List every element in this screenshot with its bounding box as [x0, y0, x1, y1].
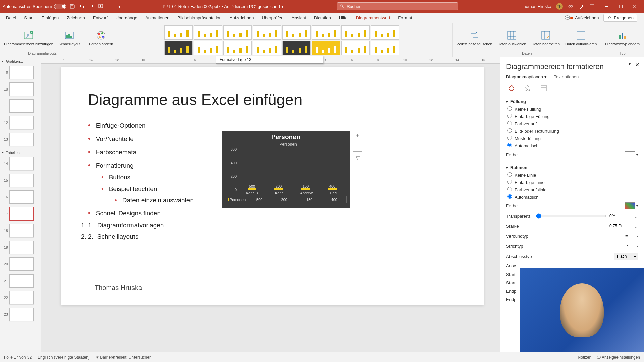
tab-aufzeichnen[interactable]: Aufzeichnen	[226, 13, 258, 23]
cap-select[interactable]: Flach	[614, 253, 638, 260]
tab-entwurf[interactable]: Entwurf	[89, 13, 112, 23]
tab-hilfe[interactable]: Hilfe	[335, 13, 352, 23]
search-input[interactable]	[347, 4, 455, 9]
slide-thumb-16[interactable]: 16	[2, 190, 39, 204]
slide-thumb-21[interactable]: 21	[2, 274, 39, 288]
chart-style-7[interactable]	[341, 25, 370, 40]
slide-canvas[interactable]: Diagramme aus Excel einfügen Einfüge-Opt…	[61, 67, 484, 305]
notes-button[interactable]: ≐ Notizen	[573, 355, 591, 360]
tab-zeichnen[interactable]: Zeichnen	[63, 13, 89, 23]
section-grafiken[interactable]: Grafiken...	[0, 58, 41, 64]
maximize-button[interactable]	[614, 2, 627, 10]
tab-format[interactable]: Format	[394, 13, 416, 23]
transparency-input[interactable]	[608, 213, 632, 219]
touch-mode-icon[interactable]	[107, 3, 113, 9]
chart-styles-button[interactable]	[353, 142, 362, 152]
chart-style-4[interactable]	[253, 25, 281, 40]
slide-thumb-10[interactable]: 10	[2, 82, 39, 96]
record-button[interactable]: Aufzeichnen	[570, 15, 599, 20]
tab-ueberpruefen[interactable]: Überprüfen	[258, 13, 287, 23]
chart-style-8[interactable]	[371, 25, 399, 40]
fill-gradient[interactable]: Farbverlauf	[506, 120, 638, 127]
size-props-icon[interactable]	[538, 83, 549, 94]
width-input[interactable]	[608, 223, 632, 229]
border-solid[interactable]: Einfarbige Linie	[506, 179, 638, 186]
slide-thumb-12[interactable]: 12	[2, 116, 39, 129]
share-button[interactable]: Freigeben	[603, 14, 637, 22]
slide-counter[interactable]: Folie 17 von 32	[4, 355, 32, 360]
dash-dropdown[interactable]: ⋯	[625, 243, 635, 249]
chart-style-9[interactable]	[164, 41, 193, 55]
chart-style-12[interactable]	[253, 41, 281, 55]
chart-filter-button[interactable]	[353, 154, 362, 163]
redo-icon[interactable]	[88, 3, 94, 9]
tab-diagrammentwurf[interactable]: Diagrammentwurf	[352, 13, 394, 23]
coming-soon-icon[interactable]	[568, 3, 574, 9]
tab-datei[interactable]: Datei	[2, 13, 20, 23]
slide-thumb-19[interactable]: 19	[2, 241, 39, 254]
fill-none[interactable]: Keine Füllung	[506, 105, 638, 113]
compound-dropdown[interactable]: ≡	[625, 233, 635, 239]
chart-elements-button[interactable]: +	[353, 131, 362, 140]
section-tabellen[interactable]: Tabellen	[0, 149, 41, 156]
slide-thumb-20[interactable]: 20	[2, 257, 39, 271]
border-gradient[interactable]: Farbverlaufslinie	[506, 186, 638, 193]
slide-thumb-17[interactable]: 17	[2, 207, 39, 221]
fill-auto[interactable]: Automatisch	[506, 142, 638, 149]
undo-icon[interactable]	[79, 3, 85, 9]
from-beginning-icon[interactable]	[98, 3, 104, 9]
language-indicator[interactable]: Englisch (Vereinigte Staaten)	[38, 355, 90, 360]
tab-start[interactable]: Start	[20, 13, 37, 23]
refresh-data-button[interactable]: Daten aktualisieren	[563, 28, 599, 48]
tab-uebergaenge[interactable]: Übergänge	[112, 13, 141, 23]
tab-ansicht[interactable]: Ansicht	[287, 13, 310, 23]
embedded-chart[interactable]: Personen Personen 6004002000 50020015040…	[222, 131, 350, 208]
accessibility-check[interactable]: ✶ Barrierefreiheit: Untersuchen	[96, 355, 152, 360]
minimize-button[interactable]	[600, 2, 613, 10]
fill-section-head[interactable]: Füllung	[506, 98, 638, 105]
chart-style-11[interactable]	[223, 41, 252, 55]
user-name[interactable]: Thomas Hruska	[521, 4, 551, 9]
pane-collapse-icon[interactable]: ▾	[629, 62, 631, 66]
close-button[interactable]	[628, 2, 641, 10]
save-icon[interactable]	[69, 3, 75, 9]
chart-style-10[interactable]	[194, 41, 222, 55]
comments-icon[interactable]: 💬	[564, 15, 570, 21]
chart-style-15[interactable]	[341, 41, 370, 55]
slide-thumb-14[interactable]: 14	[2, 157, 39, 170]
effects-icon[interactable]	[522, 83, 533, 94]
quick-layout-button[interactable]: Schnelllayout	[57, 28, 83, 48]
pane-close-icon[interactable]: ✕	[635, 62, 639, 68]
ribbon-display-icon[interactable]	[589, 3, 595, 9]
pen-icon[interactable]	[578, 3, 584, 9]
slide-thumb-13[interactable]: 13	[2, 133, 39, 146]
chart-style-16[interactable]	[371, 41, 399, 55]
border-none[interactable]: Keine Linie	[506, 171, 638, 179]
more-commands-icon[interactable]: ▾	[116, 3, 122, 9]
chart-style-14[interactable]	[312, 41, 340, 55]
slide-thumb-23[interactable]: 23	[2, 308, 39, 321]
border-color-picker[interactable]	[625, 202, 635, 209]
border-section-head[interactable]: Rahmen	[506, 164, 638, 171]
slide-thumb-9[interactable]: 9	[2, 66, 39, 79]
change-colors-button[interactable]: Farben ändern	[87, 28, 115, 48]
chart-style-6[interactable]	[312, 25, 340, 40]
slide-thumb-15[interactable]: 15	[2, 174, 39, 187]
chart-style-3[interactable]	[223, 25, 252, 40]
select-data-button[interactable]: Daten auswählen	[496, 28, 528, 48]
fill-line-icon[interactable]	[506, 83, 517, 94]
autosave-toggle[interactable]: Automatisches Speichern	[3, 4, 66, 9]
fp-tab-chart-options[interactable]: Diagrammoptionen ▾	[506, 74, 547, 79]
tab-einfuegen[interactable]: Einfügen	[38, 13, 63, 23]
tab-dictation[interactable]: Dictation	[310, 13, 335, 23]
chart-style-13[interactable]	[282, 41, 311, 55]
slide-thumb-18[interactable]: 18	[2, 224, 39, 237]
fill-pattern[interactable]: Musterfüllung	[506, 135, 638, 142]
chart-style-1[interactable]	[164, 25, 193, 40]
change-chart-type-button[interactable]: Diagrammtyp ändern	[603, 28, 642, 48]
fp-tab-text-options[interactable]: Textoptionen	[554, 74, 579, 79]
chart-style-5[interactable]	[282, 25, 311, 40]
edit-data-button[interactable]: Daten bearbeiten	[530, 28, 562, 48]
search-box[interactable]	[337, 2, 458, 10]
fill-solid[interactable]: Einfarbige Füllung	[506, 113, 638, 120]
